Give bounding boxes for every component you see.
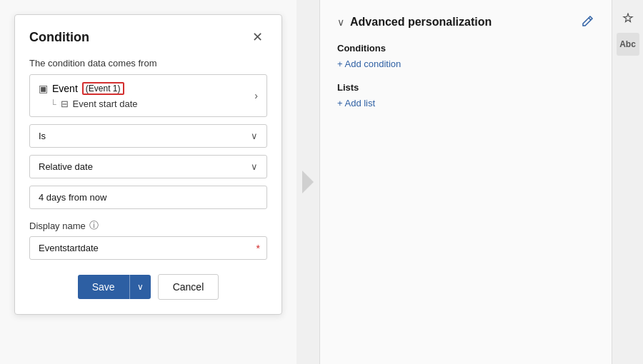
save-btn-group: Save ∨ (78, 275, 151, 299)
data-source-left: ▣ Event (Event 1) └ ⊟ Event start date (39, 82, 138, 109)
save-dropdown-button[interactable]: ∨ (129, 275, 151, 299)
lists-section: Lists + Add list (337, 82, 594, 108)
display-name-wrapper: * (29, 236, 267, 260)
condition-dialog: Condition ✕ The condition data comes fro… (14, 14, 282, 315)
divider-arrow (296, 0, 319, 364)
save-button[interactable]: Save (78, 275, 129, 299)
info-icon: ⓘ (89, 219, 99, 232)
lists-title: Lists (337, 82, 594, 93)
text-button[interactable]: Abc (617, 33, 639, 56)
dialog-footer: Save ∨ Cancel (29, 274, 267, 300)
close-button[interactable]: ✕ (248, 29, 267, 45)
event-label: Event (52, 83, 78, 94)
dialog-header: Condition ✕ (29, 29, 267, 45)
data-source-box[interactable]: ▣ Event (Event 1) └ ⊟ Event start date › (29, 74, 267, 117)
dialog-title: Condition (29, 30, 89, 45)
text-icon: Abc (619, 39, 636, 49)
advanced-title: Advanced personalization (350, 16, 576, 29)
tree-line-icon: └ (50, 99, 56, 109)
conditions-section: Conditions + Add condition (337, 43, 594, 69)
collapse-icon: ∨ (337, 16, 344, 28)
event-tag: (Event 1) (82, 82, 124, 95)
operator-value: Is (39, 131, 46, 141)
required-star: * (256, 243, 260, 254)
add-list-link[interactable]: + Add list (337, 98, 375, 108)
far-right-toolbar: Abc (612, 0, 643, 364)
event-sub-row: └ ⊟ Event start date (39, 98, 138, 109)
edit-personalization-button[interactable] (582, 14, 594, 30)
dialog-overlay: Condition ✕ The condition data comes fro… (0, 0, 296, 364)
right-panel: ∨ Advanced personalization Conditions + … (319, 0, 612, 364)
days-from-now-field: 4 days from now (29, 186, 267, 209)
display-name-label: Display name ⓘ (29, 219, 267, 232)
pin-button[interactable] (617, 7, 639, 30)
sub-event-icon: ⊟ (61, 98, 69, 109)
operator-dropdown[interactable]: Is ∨ (29, 124, 267, 148)
add-condition-link[interactable]: + Add condition (337, 59, 401, 69)
chevron-down-icon: ∨ (251, 131, 258, 141)
display-name-text: Display name (29, 221, 86, 231)
chevron-right-icon: › (254, 90, 258, 101)
date-type-dropdown[interactable]: Relative date ∨ (29, 155, 267, 178)
sub-event-label: Event start date (73, 98, 138, 109)
arrow-shape (302, 171, 314, 193)
chevron-down-date-icon: ∨ (251, 161, 258, 172)
section-label: The condition data comes from (29, 58, 267, 69)
cancel-button[interactable]: Cancel (158, 274, 219, 300)
date-type-value: Relative date (39, 161, 93, 172)
event-icon: ▣ (39, 83, 48, 94)
display-name-input[interactable] (29, 236, 267, 260)
event-row: ▣ Event (Event 1) (39, 82, 138, 95)
days-value: 4 days from now (39, 192, 106, 203)
conditions-title: Conditions (337, 43, 594, 54)
advanced-header: ∨ Advanced personalization (337, 14, 594, 30)
